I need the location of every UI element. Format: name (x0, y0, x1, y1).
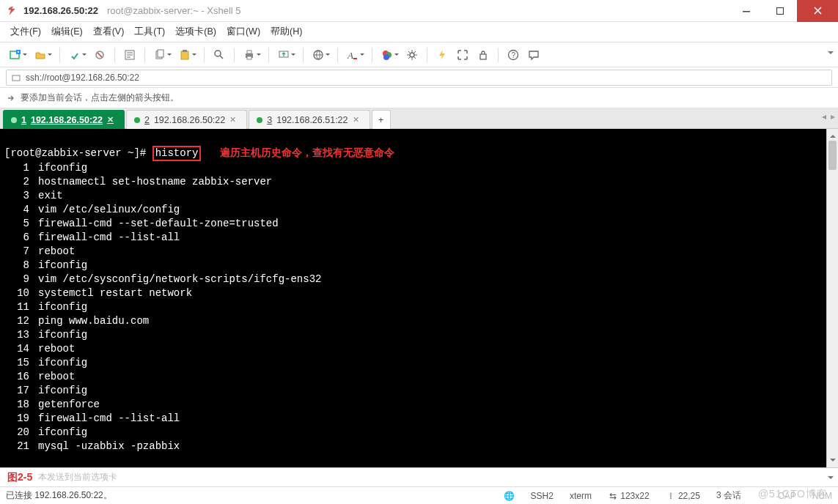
history-line: 11ifconfig (4, 300, 822, 314)
find-icon[interactable] (211, 47, 227, 63)
history-line: 1ifconfig (4, 161, 822, 175)
history-line: 6firewall-cmd --list-all (4, 231, 822, 245)
svg-rect-0 (743, 11, 750, 12)
tab-index: 2 (144, 115, 150, 125)
properties-icon[interactable] (122, 47, 138, 63)
color-icon[interactable] (379, 47, 395, 63)
menu-edit[interactable]: 编辑(E) (51, 26, 83, 38)
svg-rect-12 (247, 51, 251, 53)
close-tab-icon[interactable]: ✕ (353, 115, 359, 125)
new-session-icon[interactable] (7, 47, 23, 63)
history-command: firewall-cmd --list-all (38, 231, 180, 245)
history-command: hostnamectl set-hostname zabbix-server (38, 175, 272, 189)
size-icon: ⇆ (608, 491, 618, 501)
tab-scroll-left-icon[interactable]: ◂ (822, 111, 826, 122)
compose-placeholder[interactable]: 本发送到当前选项卡 (38, 471, 117, 483)
menu-window[interactable]: 窗口(W) (227, 26, 260, 38)
menu-tools[interactable]: 工具(T) (134, 26, 165, 38)
history-command: firewall-cmd --set-default-zone=trusted (38, 217, 279, 231)
svg-text:?: ? (512, 51, 516, 59)
tab-index: 3 (267, 115, 272, 125)
history-number: 1 (4, 161, 38, 175)
menu-help[interactable]: 帮助(H) (271, 26, 302, 38)
history-line: 3exit (4, 189, 822, 203)
menu-view[interactable]: 查看(V) (93, 26, 125, 38)
history-line: 12ping www.baidu.com (4, 314, 822, 328)
history-command: ifconfig (38, 426, 87, 440)
history-number: 19 (4, 412, 38, 426)
numlock-indicator: NUM (812, 491, 832, 501)
status-connected: 已连接 192.168.26.50:22。 (6, 489, 112, 502)
history-line: 15ifconfig (4, 356, 822, 370)
copy-icon[interactable] (152, 47, 168, 63)
svg-point-10 (215, 51, 221, 56)
feedback-icon[interactable] (526, 47, 542, 63)
history-number: 5 (4, 217, 38, 231)
cursor-icon: ⁞ (666, 491, 676, 501)
file-transfer-icon[interactable] (276, 47, 292, 63)
history-line: 18getenforce (4, 398, 822, 412)
open-session-icon[interactable] (32, 47, 48, 63)
add-tab-button[interactable]: + (372, 110, 391, 129)
encoding-icon[interactable] (310, 47, 326, 63)
history-number: 14 (4, 342, 38, 356)
session-tab-2[interactable]: 2 192.168.26.50:22 ✕ (126, 110, 247, 129)
compose-bar: 图2-5 本发送到当前选项卡 (0, 467, 838, 486)
paste-icon[interactable] (177, 47, 193, 63)
hint-text: 要添加当前会话，点击左侧的箭头按钮。 (21, 92, 179, 104)
history-command: ifconfig (38, 328, 87, 342)
terminal-scrollbar[interactable] (826, 129, 838, 467)
history-number: 8 (4, 259, 38, 273)
session-tab-3[interactable]: 3 192.168.26.51:22 ✕ (249, 110, 370, 129)
address-text: ssh://root@192.168.26.50:22 (26, 73, 139, 83)
menu-file[interactable]: 文件(F) (10, 26, 41, 38)
hint-arrow-icon[interactable] (6, 93, 16, 103)
disconnect-icon[interactable] (92, 47, 108, 63)
history-line: 21mysql -uzabbix -pzabbix (4, 440, 822, 453)
address-input[interactable]: ssh://root@192.168.26.50:22 (6, 70, 832, 86)
menu-tabs[interactable]: 选项卡(B) (175, 26, 216, 38)
fullscreen-icon[interactable] (455, 47, 471, 63)
reconnect-icon[interactable] (67, 47, 83, 63)
lock-icon[interactable] (475, 47, 491, 63)
status-protocol: SSH2 (531, 491, 554, 501)
toolbar-overflow-icon[interactable] (828, 51, 834, 57)
annotation-text: 遍历主机历史命令，查找有无恶意命令 (220, 147, 394, 158)
lightning-icon[interactable] (434, 47, 450, 63)
print-icon[interactable] (241, 47, 257, 63)
help-icon[interactable]: ? (505, 47, 521, 63)
terminal-output[interactable]: [root@zabbix-server ~]# history 遍历主机历史命令… (0, 129, 826, 467)
svg-rect-1 (777, 7, 784, 14)
compose-dropdown-icon[interactable] (828, 476, 834, 482)
tab-label: 192.168.26.50:22 (154, 115, 225, 125)
history-command: ifconfig (38, 384, 87, 398)
font-icon[interactable]: A (345, 47, 361, 63)
history-line: 19firewall-cmd --list-all (4, 412, 822, 426)
history-command: mysql -uzabbix -pzabbix (38, 440, 180, 453)
history-number: 9 (4, 273, 38, 286)
figure-label: 图2-5 (7, 471, 32, 484)
svg-rect-21 (480, 54, 486, 59)
status-term: xterm (570, 491, 592, 501)
close-button[interactable] (797, 0, 838, 22)
globe-icon: 🌐 (504, 491, 515, 501)
settings-icon[interactable] (404, 47, 420, 63)
minimize-button[interactable] (729, 0, 763, 22)
ssh-link-icon (11, 73, 21, 83)
history-number: 6 (4, 231, 38, 245)
close-tab-icon[interactable]: ✕ (107, 115, 114, 125)
history-line: 20ifconfig (4, 426, 822, 440)
tab-strip: 1 192.168.26.50:22 ✕ 2 192.168.26.50:22 … (0, 108, 838, 129)
scrollbar-thumb[interactable] (828, 141, 837, 170)
tab-index: 1 (21, 115, 26, 125)
status-dot-icon (257, 117, 262, 123)
svg-point-20 (410, 53, 414, 57)
tab-scroll-right-icon[interactable]: ▸ (831, 111, 835, 122)
status-dot-icon (11, 117, 17, 123)
status-cursor: 22,25 (678, 491, 700, 501)
session-tab-1[interactable]: 1 192.168.26.50:22 ✕ (3, 110, 125, 129)
maximize-button[interactable] (763, 0, 797, 22)
svg-rect-24 (12, 75, 20, 81)
close-tab-icon[interactable]: ✕ (229, 115, 236, 125)
history-command: ifconfig (38, 300, 87, 314)
